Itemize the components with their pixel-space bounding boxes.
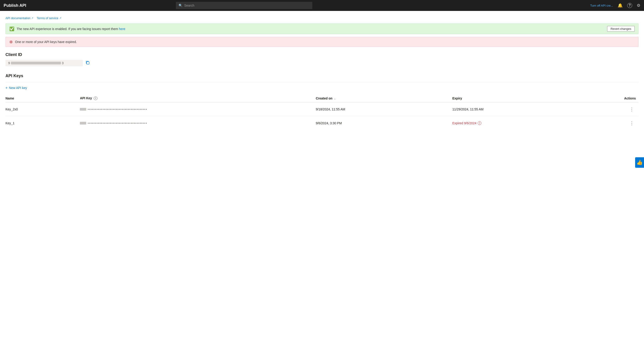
topbar: Publish API 🔍 Turn off API cre... 🔔 ? ⚙ [0,0,644,11]
row-2-expiry: Expired 9/6/2024 ! [452,116,589,130]
api-documentation-link[interactable]: API documentation ↗ [6,17,33,20]
copy-client-id-button[interactable] [85,60,90,66]
row-1-expiry: 11/29/2024, 11:55 AM [452,102,589,116]
col-header-api-key: API Key i [80,95,316,102]
expiry-warning-icon: ! [478,121,481,125]
table-header-row: Name API Key i Created on ↓ Expiry Actio… [6,95,638,102]
col-header-expiry: Expiry [452,95,589,102]
topbar-title: Publish API [4,3,36,8]
api-key-display-2: •••••••••••••••••••••••••••••••••••••••• [80,122,313,125]
sort-icon: ↓ [334,97,336,100]
api-keys-section: API Keys [6,74,638,78]
client-id-value: 9 3 [6,60,83,66]
client-id-row: 9 3 [6,60,638,66]
success-banner-text: The new API experience is enabled. If yo… [16,27,604,31]
client-id-end: 3 [62,61,64,65]
terms-of-service-link[interactable]: Terms of service ↗ [37,17,61,20]
table-row: Key_1 ••••••••••••••••••••••••••••••••••… [6,116,638,130]
row-1-name: Key_2x0 [6,102,80,116]
col-header-name: Name [6,95,80,102]
row-1-actions: ⋮ [589,102,638,116]
row-1-api-key: •••••••••••••••••••••••••••••••••••••••• [80,102,316,116]
new-api-key-button[interactable]: + New API key [6,85,27,91]
table-header: Name API Key i Created on ↓ Expiry Actio… [6,95,638,102]
api-key-prefix-1 [80,108,86,111]
error-banner-text: One or more of your API keys have expire… [15,40,635,44]
row-2-actions-button[interactable]: ⋮ [628,120,636,126]
error-banner: ⊗ One or more of your API keys have expi… [6,37,638,47]
notifications-icon[interactable]: 🔔 [618,3,622,8]
plus-icon: + [6,86,8,90]
topbar-icons: Turn off API cre... 🔔 ? ⚙ [590,3,640,8]
expiry-expired-badge: Expired 9/6/2024 ! [452,121,586,125]
success-banner: ✅ The new API experience is enabled. If … [6,24,638,34]
api-key-info-icon[interactable]: i [94,97,97,100]
api-key-dots-2: •••••••••••••••••••••••••••••••••••••••• [88,122,147,125]
col-header-created-on[interactable]: Created on ↓ [316,95,452,102]
turn-off-api-link[interactable]: Turn off API cre... [590,4,613,7]
error-icon: ⊗ [9,39,13,44]
table-body: Key_2x0 ••••••••••••••••••••••••••••••••… [6,102,638,130]
main-content: API documentation ↗ Terms of service ↗ ✅… [0,11,644,139]
client-id-masked [11,62,61,64]
revert-changes-button[interactable]: Revert changes [607,26,635,32]
row-1-created-on: 9/18/2024, 11:55 AM [316,102,452,116]
api-key-prefix-2 [80,122,86,125]
row-1-actions-button[interactable]: ⋮ [628,106,636,112]
client-id-start: 9 [8,61,10,65]
row-2-actions: ⋮ [589,116,638,130]
search-container: 🔍 [176,2,312,9]
col-header-actions: Actions [589,95,638,102]
row-2-name: Key_1 [6,116,80,130]
help-icon[interactable]: ? [627,3,632,8]
search-input[interactable] [184,4,310,7]
search-icon: 🔍 [178,4,182,7]
success-icon: ✅ [9,27,14,32]
breadcrumb-links: API documentation ↗ Terms of service ↗ [6,15,638,20]
row-2-api-key: •••••••••••••••••••••••••••••••••••••••• [80,116,316,130]
api-keys-table: Name API Key i Created on ↓ Expiry Actio… [6,95,638,130]
table-row: Key_2x0 ••••••••••••••••••••••••••••••••… [6,102,638,116]
here-link[interactable]: here [119,27,125,31]
client-id-section-title: Client ID [6,52,638,57]
external-link-icon-2: ↗ [59,17,61,19]
svg-rect-0 [87,62,89,64]
api-key-display-1: •••••••••••••••••••••••••••••••••••••••• [80,108,313,111]
api-key-dots-1: •••••••••••••••••••••••••••••••••••••••• [88,108,147,111]
api-keys-title: API Keys [6,74,638,78]
external-link-icon-1: ↗ [32,17,33,19]
row-2-created-on: 9/6/2024, 3:30 PM [316,116,452,130]
settings-icon[interactable]: ⚙ [637,3,640,8]
